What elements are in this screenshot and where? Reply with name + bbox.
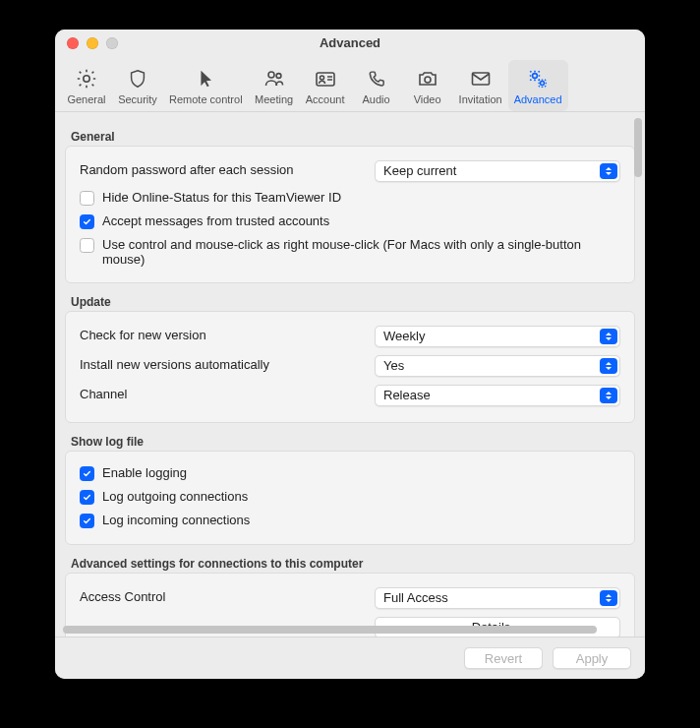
log-incoming-label: Log incoming connections — [102, 513, 620, 527]
svg-point-5 — [425, 77, 431, 83]
content-area: General Random password after each sessi… — [55, 112, 645, 637]
section-heading-access: Advanced settings for connections to thi… — [71, 557, 635, 571]
phone-icon — [366, 66, 387, 91]
tab-label: Invitation — [459, 93, 502, 105]
install-auto-label: Install new versions automatically — [80, 355, 375, 372]
chevron-updown-icon — [600, 329, 617, 344]
section-heading-general: General — [71, 130, 635, 144]
svg-point-4 — [320, 76, 323, 80]
install-auto-select[interactable]: Yes — [375, 355, 620, 377]
tab-label: Security — [118, 93, 157, 105]
accept-trusted-checkbox[interactable] — [80, 214, 94, 229]
camera-icon — [416, 66, 439, 91]
check-version-label: Check for new version — [80, 326, 375, 342]
window-controls — [67, 37, 118, 49]
tab-invitation[interactable]: Invitation — [453, 60, 508, 111]
cursor-icon — [195, 66, 216, 91]
envelope-icon — [469, 66, 493, 91]
section-log: Enable logging Log outgoing connections … — [65, 451, 635, 545]
preferences-window: Advanced General Security Remote control — [55, 30, 645, 679]
channel-label: Channel — [80, 385, 375, 401]
hide-online-status-checkbox[interactable] — [80, 191, 94, 206]
tab-label: Advanced — [514, 93, 562, 105]
access-control-select[interactable]: Full Access — [375, 587, 620, 609]
tab-advanced[interactable]: Advanced — [508, 60, 568, 111]
tab-label: Video — [414, 93, 441, 105]
chevron-updown-icon — [600, 358, 617, 374]
tab-label: Audio — [363, 93, 390, 105]
svg-point-7 — [533, 73, 538, 78]
section-general: Random password after each session Keep … — [65, 146, 635, 283]
access-control-label: Access Control — [80, 587, 375, 604]
svg-point-8 — [541, 81, 545, 85]
svg-point-0 — [84, 76, 89, 82]
enable-logging-checkbox[interactable] — [80, 466, 94, 481]
channel-select[interactable]: Release — [375, 385, 620, 406]
tab-video[interactable]: Video — [402, 60, 453, 111]
check-version-select[interactable]: Weekly — [375, 326, 620, 347]
tab-meeting[interactable]: Meeting — [249, 60, 300, 111]
section-heading-log: Show log file — [71, 435, 635, 449]
close-window-button[interactable] — [67, 37, 79, 49]
chevron-updown-icon — [600, 590, 617, 606]
tab-label: Meeting — [255, 93, 293, 105]
tab-general[interactable]: General — [61, 60, 112, 111]
hide-online-status-label: Hide Online-Status for this TeamViewer I… — [102, 190, 620, 205]
window-title: Advanced — [320, 35, 380, 50]
svg-point-1 — [268, 72, 274, 78]
section-heading-update: Update — [71, 295, 635, 309]
select-value: Release — [383, 388, 431, 402]
people-icon — [262, 66, 287, 91]
shield-icon — [127, 66, 148, 91]
section-update: Check for new version Weekly Install new… — [65, 311, 635, 423]
select-value: Full Access — [383, 590, 448, 605]
select-value: Keep current — [383, 163, 456, 178]
apply-button[interactable]: Apply — [553, 647, 631, 669]
random-password-label: Random password after each session — [80, 160, 375, 177]
tab-security[interactable]: Security — [112, 60, 163, 111]
chevron-updown-icon — [600, 163, 617, 179]
id-card-icon — [313, 66, 338, 91]
chevron-updown-icon — [600, 388, 617, 403]
log-incoming-checkbox[interactable] — [80, 514, 94, 528]
random-password-select[interactable]: Keep current — [375, 160, 620, 182]
accept-trusted-label: Accept messages from trusted accounts — [102, 213, 620, 228]
select-value: Yes — [383, 358, 404, 373]
select-value: Weekly — [383, 329, 425, 343]
tab-label: Remote control — [169, 93, 243, 105]
svg-point-2 — [276, 73, 281, 78]
zoom-window-button[interactable] — [106, 37, 118, 49]
toolbar: General Security Remote control Meeting — [55, 56, 645, 112]
tab-remote-control[interactable]: Remote control — [163, 60, 249, 111]
tab-label: General — [67, 93, 105, 105]
log-outgoing-label: Log outgoing connections — [102, 489, 620, 504]
right-click-emulate-checkbox[interactable] — [80, 238, 94, 253]
gear-icon — [75, 66, 98, 91]
titlebar: Advanced — [55, 30, 645, 56]
svg-rect-6 — [472, 73, 489, 85]
right-click-emulate-label: Use control and mouse-click as right mou… — [102, 237, 620, 267]
enable-logging-label: Enable logging — [102, 465, 620, 480]
tab-audio[interactable]: Audio — [351, 60, 402, 111]
footer: Revert Apply — [55, 637, 645, 679]
tab-label: Account — [306, 93, 345, 105]
horizontal-scrollbar[interactable] — [63, 625, 619, 635]
revert-button[interactable]: Revert — [464, 647, 543, 669]
button-label: Apply — [576, 651, 609, 666]
tab-account[interactable]: Account — [300, 60, 351, 111]
gears-icon — [525, 66, 551, 91]
minimize-window-button[interactable] — [87, 37, 98, 49]
vertical-scrollbar[interactable] — [633, 118, 643, 187]
button-label: Revert — [485, 651, 522, 666]
log-outgoing-checkbox[interactable] — [80, 490, 94, 505]
